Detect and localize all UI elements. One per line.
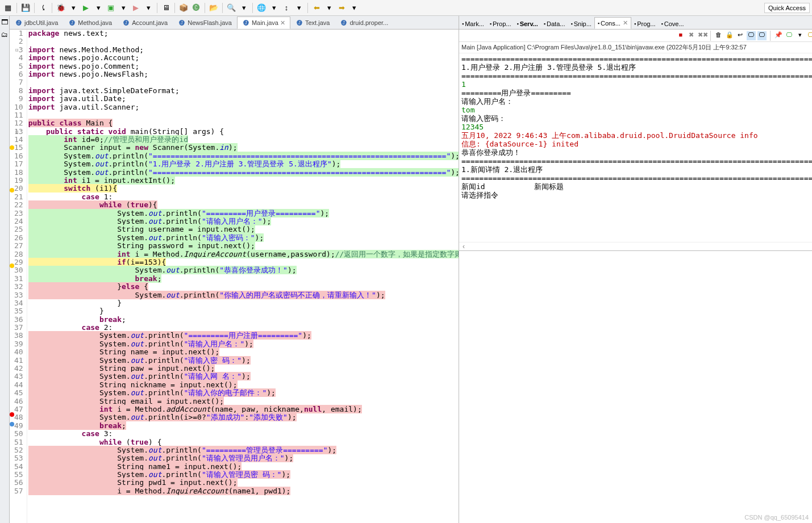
skip-breakpoints-icon[interactable]: ⤹ [38, 2, 49, 14]
console-line: 请输入用户名： [461, 97, 812, 106]
clear-console-icon[interactable]: 🗑 [714, 31, 723, 40]
panel-tab-icon: ▪ [661, 21, 663, 27]
panel-tab[interactable]: ▪Cove... [659, 19, 687, 29]
editor-tab-label: Main.java [252, 19, 278, 26]
debug-icon[interactable]: 🐞 [55, 2, 66, 14]
back-icon[interactable]: ⬅ [311, 2, 322, 14]
annotation-nav-icon[interactable]: ↕ [281, 2, 292, 14]
forward-icon[interactable]: ➡ [336, 2, 347, 14]
annotation-dropdown-icon[interactable]: ▾ [293, 2, 305, 14]
console-line: 五月10, 2022 9:46:43 上午com.alibaba.druid.p… [461, 131, 812, 140]
close-panel-icon[interactable]: ✕ [623, 19, 628, 27]
java-file-icon: 🅙 [295, 19, 303, 27]
panel-tab-icon: ▪ [571, 21, 572, 27]
editor-tab[interactable]: 🅙Main.java ✕ [237, 16, 290, 29]
panel-tab[interactable]: ▪Snip... [568, 19, 594, 29]
editor-tab-label: Method.java [78, 19, 112, 26]
open-task-icon[interactable]: 🌐 [256, 2, 267, 14]
editor-tab[interactable]: 🅙druid.proper... [335, 16, 393, 29]
panel-tab-icon: ▪ [598, 20, 599, 26]
panel-tab-icon: ▪ [544, 21, 546, 27]
right-panel-tabs: ▪Mark...▪Prop...▪Serv...▪Data...▪Snip...… [459, 16, 812, 30]
run-last-icon[interactable]: ▶ [130, 2, 141, 14]
console-menu-icon[interactable]: ▾ [796, 31, 805, 40]
open-task-dropdown-icon[interactable]: ▾ [268, 2, 280, 14]
panel-tab-icon: ▪ [490, 21, 492, 27]
toggle-breadcrumb-icon[interactable]: ▦ [2, 2, 14, 14]
panel-tab-label: Prop... [493, 20, 511, 27]
editor-tab[interactable]: 🅙jdbcUtil.java [10, 16, 63, 29]
remove-all-icon[interactable]: ✖✖ [698, 31, 707, 40]
open-console-icon[interactable]: 🖵 [806, 31, 812, 40]
console-line: 信息: {dataSource-1} inited [461, 140, 812, 148]
editor-tab[interactable]: 🅙Method.java [63, 16, 117, 29]
panel-tab-label: Prog... [637, 20, 655, 27]
editor-tab[interactable]: 🅙Text.java [290, 16, 335, 29]
console-line: tom [461, 106, 812, 114]
panel-tab[interactable]: ▪Prog... [631, 19, 659, 29]
console-toolbar: ■ ✖ ✖✖ 🗑 🔒 ↩ 🖵 🖵 📌 🖵 ▾ 🖵 ▾ [459, 30, 812, 42]
outline-view [459, 250, 812, 523]
search-dropdown-icon[interactable]: ▾ [238, 2, 249, 14]
panel-tab-label: Snip... [574, 20, 592, 27]
console-scrollbar[interactable]: ‹› [459, 242, 812, 250]
console-line: 12345 [461, 123, 812, 131]
panel-tab-label: Mark... [465, 20, 484, 27]
panel-tab[interactable]: ▪Data... [541, 19, 568, 29]
forward-dropdown-icon[interactable]: ▾ [348, 2, 360, 14]
new-server-icon[interactable]: 🖥 [160, 2, 172, 14]
show-console-err-icon[interactable]: 🖵 [757, 31, 767, 40]
editor-tab-label: druid.proper... [349, 19, 388, 26]
console-output[interactable]: ========================================… [459, 53, 812, 242]
console-line: ========================================… [461, 174, 812, 182]
run-last-dropdown-icon[interactable]: ▾ [143, 2, 154, 14]
panel-tab[interactable]: ▪Serv... [514, 19, 540, 29]
editor-tab[interactable]: 🅙Account.java [117, 16, 173, 29]
console-line: ========================================… [461, 55, 812, 63]
editor-tab[interactable]: 🅙NewsFlash.java [173, 16, 237, 29]
package-explorer-icon[interactable]: 🗂 [0, 31, 9, 40]
run-icon[interactable]: ▶ [80, 2, 91, 14]
panel-tab-label: Cons... [601, 20, 621, 27]
pin-console-icon[interactable]: 📌 [774, 31, 783, 40]
back-dropdown-icon[interactable]: ▾ [323, 2, 335, 14]
new-class-icon[interactable]: 🅒 [190, 2, 202, 14]
panel-tab[interactable]: ▪Prop... [487, 19, 514, 29]
panel-tab-label: Cove... [664, 20, 684, 27]
console-line: 1.用户登录 2.用户注册 3.管理员登录 5.退出程序 [461, 63, 812, 72]
panel-tab-icon: ▪ [634, 21, 636, 27]
console-line: 恭喜你登录成功！ [461, 148, 812, 157]
editor-tab-label: Text.java [305, 19, 330, 26]
show-console-icon[interactable]: 🖵 [747, 31, 756, 40]
run-dropdown-icon[interactable]: ▾ [93, 2, 104, 14]
console-line: 1 [461, 80, 812, 89]
search-icon[interactable]: 🔍 [226, 2, 237, 14]
panel-tab[interactable]: ▪Cons...✕ [594, 17, 631, 29]
quick-access-box[interactable]: Quick Access [764, 3, 810, 13]
display-selected-icon[interactable]: 🖵 [785, 31, 794, 40]
console-header: Main [Java Application] C:\Program Files… [459, 42, 812, 53]
left-sidebar: 🗖 🗂 [0, 16, 10, 523]
terminate-icon[interactable]: ■ [676, 31, 685, 40]
panel-tab-label: Serv... [520, 20, 538, 27]
close-tab-icon[interactable]: ✕ [280, 19, 285, 27]
restore-icon[interactable]: 🗖 [0, 18, 9, 27]
editor-tab-label: jdbcUtil.java [24, 19, 58, 26]
console-line: 1.新闻详情 2.退出程序 [461, 165, 812, 174]
scroll-lock-icon[interactable]: 🔒 [725, 31, 734, 40]
java-file-icon: 🅙 [68, 19, 76, 27]
coverage-dropdown-icon[interactable]: ▾ [118, 2, 129, 14]
save-icon[interactable]: 💾 [20, 2, 31, 14]
new-package-icon[interactable]: 📦 [178, 2, 189, 14]
panel-tab[interactable]: ▪Mark... [459, 19, 487, 29]
java-file-icon: 🅙 [122, 19, 130, 27]
debug-dropdown-icon[interactable]: ▾ [68, 2, 79, 14]
java-file-icon: 🅙 [242, 19, 250, 27]
coverage-icon[interactable]: ▣ [105, 2, 116, 14]
remove-launch-icon[interactable]: ✖ [687, 31, 696, 40]
code-editor[interactable]: 123⊟45678910111213⊟141516171819202122232… [10, 30, 459, 523]
open-type-icon[interactable]: 📂 [208, 2, 219, 14]
word-wrap-icon[interactable]: ↩ [736, 31, 745, 40]
java-file-icon: 🅙 [15, 19, 23, 27]
console-line: 请输入密码： [461, 114, 812, 123]
